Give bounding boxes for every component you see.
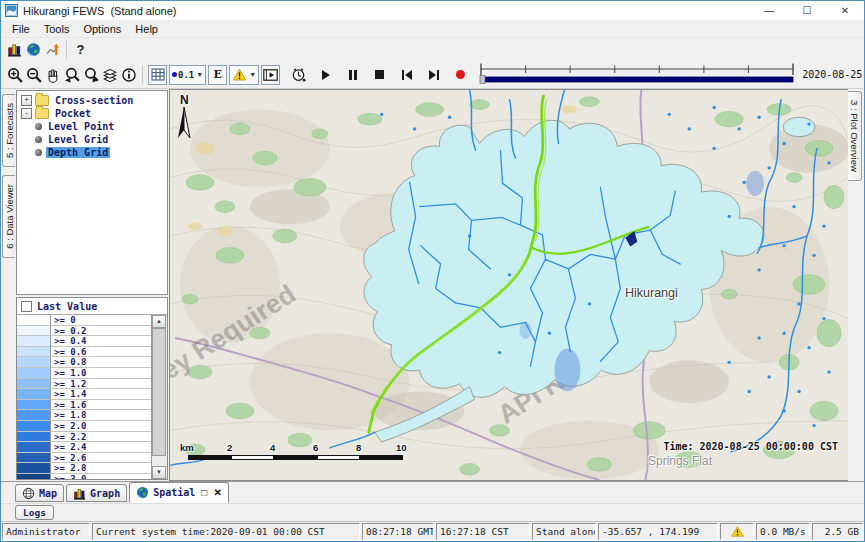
tree-expander-icon[interactable]: -	[21, 108, 32, 119]
help-icon: ?	[77, 42, 85, 57]
status-gmt-time: 08:27:18 GMT	[362, 523, 434, 540]
legend-row[interactable]: >= 1.2	[17, 379, 151, 390]
minimize-button[interactable]: —	[750, 1, 788, 20]
dock-tab-5-forecasts[interactable]: 5 : Forecasts	[2, 94, 15, 167]
scroll-down-icon[interactable]: ▼	[152, 466, 166, 479]
legend-row[interactable]: >= 0	[17, 315, 151, 326]
database-status-button[interactable]	[5, 40, 24, 59]
legend-value-label: >= 0.4	[51, 336, 151, 347]
legend-value-label: >= 1.8	[51, 410, 151, 421]
play-button[interactable]	[316, 65, 335, 84]
menu-item-file[interactable]: File	[5, 23, 37, 35]
legend-value-label: >= 1.4	[51, 389, 151, 400]
tab-map[interactable]: Map	[15, 484, 64, 502]
legend-row[interactable]: >= 1.4	[17, 389, 151, 400]
pan-button[interactable]	[43, 65, 62, 84]
legend-row[interactable]: >= 2.8	[17, 463, 151, 474]
tab-graph[interactable]: Graph	[66, 484, 127, 502]
legend-letter-icon: E	[214, 68, 222, 81]
legend-row[interactable]: >= 0.8	[17, 357, 151, 368]
legend-row[interactable]: >= 0.2	[17, 326, 151, 337]
map-viewport[interactable]: API Key Required API Key Required	[169, 89, 848, 481]
step-forward-button[interactable]	[424, 65, 443, 84]
step-back-button[interactable]	[397, 65, 416, 84]
tree-item-level-grid[interactable]: Level Grid	[21, 133, 167, 145]
tree-panel[interactable]: +Cross-section-PocketLevel PointLevel Gr…	[16, 90, 168, 295]
grid-display-button[interactable]	[148, 65, 167, 85]
chevron-down-icon: ▼	[249, 71, 256, 78]
legend-row[interactable]: >= 1.6	[17, 400, 151, 411]
info-button[interactable]	[119, 65, 138, 84]
tree-item-depth-grid[interactable]: Depth Grid	[21, 146, 167, 158]
tree-item-pocket[interactable]: -Pocket	[21, 107, 167, 119]
warning-triangle-icon	[731, 526, 744, 537]
tree-item-label[interactable]: Pocket	[53, 108, 93, 119]
tree-item-label[interactable]: Level Point	[46, 121, 116, 132]
menu-item-tools[interactable]: Tools	[37, 23, 77, 35]
legend-row[interactable]: >= 2.4	[17, 442, 151, 453]
scale-tick-label: 8	[356, 442, 361, 453]
close-button[interactable]: ✕	[826, 1, 864, 20]
logs-tab[interactable]: Logs	[15, 505, 54, 520]
tree-item-cross-section[interactable]: +Cross-section	[21, 94, 167, 106]
legend-row[interactable]: >= 0.4	[17, 336, 151, 347]
zoom-in-button[interactable]	[5, 65, 24, 84]
legend-scrollbar[interactable]: ▲ ▼	[151, 315, 167, 479]
maximize-button[interactable]: ☐	[788, 1, 826, 20]
status-warning-cell[interactable]	[720, 523, 754, 540]
legend-row[interactable]: >= 0.6	[17, 347, 151, 358]
legend-value-label: >= 0.6	[51, 347, 151, 358]
legend-value-label: >= 3.0	[51, 474, 151, 479]
legend-row[interactable]: >= 2.0	[17, 421, 151, 432]
dock-tab-6-data-viewer[interactable]: 6 : Data Viewer	[2, 175, 15, 258]
timeseries-display-button[interactable]	[43, 40, 62, 59]
tab-maximize-icon[interactable]: □	[201, 487, 207, 498]
tree-item-label[interactable]: Level Grid	[46, 134, 110, 145]
layers-button[interactable]	[100, 65, 119, 84]
help-button[interactable]: ?	[71, 40, 90, 59]
legend-value-label: >= 0.2	[51, 326, 151, 337]
legend-row[interactable]: >= 2.6	[17, 453, 151, 464]
legend-row[interactable]: >= 2.2	[17, 432, 151, 443]
timeline-handle[interactable]	[480, 75, 485, 83]
legend-toggle-button[interactable]: E	[208, 65, 227, 85]
zoom-next-button[interactable]	[81, 65, 100, 84]
node-bullet-icon	[35, 136, 42, 143]
tab-spatial[interactable]: Spatial□✕	[129, 482, 229, 503]
scroll-up-icon[interactable]: ▲	[152, 315, 166, 328]
tree-item-label[interactable]: Cross-section	[53, 95, 135, 106]
folder-icon	[35, 95, 49, 106]
stop-button[interactable]	[370, 65, 389, 84]
pause-button[interactable]	[343, 65, 362, 84]
record-button[interactable]	[451, 65, 470, 84]
animation-movie-button[interactable]	[261, 65, 280, 85]
tree-item-level-point[interactable]: Level Point	[21, 120, 167, 132]
legend-value-label: >= 2.0	[51, 421, 151, 432]
tree-expander-icon[interactable]: +	[21, 95, 32, 106]
zoom-previous-button[interactable]	[62, 65, 81, 84]
legend-swatch	[17, 368, 51, 379]
animation-settings-button[interactable]	[289, 65, 308, 84]
legend-row[interactable]: >= 3.0	[17, 474, 151, 479]
legend-value-label: >= 1.6	[51, 400, 151, 411]
tree-item-label[interactable]: Depth Grid	[46, 147, 110, 158]
tab-close-icon[interactable]: ✕	[213, 487, 221, 498]
thresholds-warning-button[interactable]: ▼	[229, 65, 259, 85]
menu-item-options[interactable]: Options	[76, 23, 128, 35]
timeline-progress-bar[interactable]	[481, 77, 793, 82]
contour-threshold-button[interactable]: 0.1 ▼	[169, 65, 206, 85]
legend-swatch	[17, 400, 51, 411]
tab-label: Map	[39, 488, 57, 499]
zoom-out-button[interactable]	[24, 65, 43, 84]
legend-row[interactable]: >= 1.0	[17, 368, 151, 379]
last-value-checkbox[interactable]	[21, 301, 32, 312]
map-display-button[interactable]	[24, 40, 43, 59]
bar-chart-icon	[73, 487, 86, 500]
map-canvas[interactable]: API Key Required API Key Required	[170, 90, 848, 480]
menu-item-help[interactable]: Help	[128, 23, 165, 35]
timeline-slider[interactable]	[478, 62, 796, 88]
dock-tab-3-plot-overview[interactable]: 3 : Plot Overview	[848, 91, 862, 181]
scale-tick-label: 6	[313, 442, 318, 453]
scrollbar-thumb[interactable]	[152, 328, 166, 456]
legend-row[interactable]: >= 1.8	[17, 410, 151, 421]
